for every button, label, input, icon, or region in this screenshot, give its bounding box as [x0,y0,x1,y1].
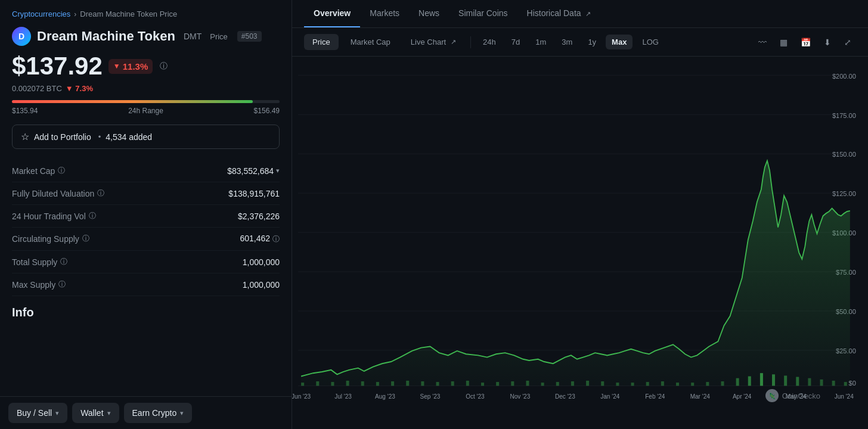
svg-rect-31 [301,383,304,386]
svg-rect-54 [646,382,649,386]
chart-type-line-icon[interactable]: 〰 [754,35,771,50]
price-change-percent: 11.3% [123,61,148,72]
range-bar-fill [12,100,253,103]
svg-rect-38 [406,381,409,386]
svg-rect-53 [631,383,634,386]
time-btn-24h[interactable]: 24h [477,35,502,49]
stat-expand-0[interactable]: $83,552,684 ▾ [227,166,280,176]
tab-overview[interactable]: Overview [304,0,360,27]
time-btn-7d[interactable]: 7d [506,35,526,49]
tab-similar-coins[interactable]: Similar Coins [449,0,517,27]
time-btn-log[interactable]: LOG [636,35,664,49]
svg-rect-42 [466,381,469,386]
svg-rect-66 [808,378,811,386]
svg-rect-65 [796,377,799,386]
svg-rect-45 [511,381,514,386]
svg-text:Feb '24: Feb '24 [645,393,665,399]
token-logo: D [12,27,31,46]
tab-news[interactable]: News [409,0,449,27]
stat-extra-info-icon-3[interactable]: ⓘ [272,235,280,243]
svg-rect-37 [391,381,394,386]
wallet-button[interactable]: Wallet ▾ [72,403,119,423]
coingecko-label: CoinGecko [782,391,820,400]
add-to-portfolio-button[interactable]: ☆ Add to Portfolio • 4,534 added [12,125,280,149]
svg-text:Sep '23: Sep '23 [420,393,441,399]
breadcrumb-parent[interactable]: Cryptocurrencies [12,10,70,18]
svg-rect-43 [481,383,484,386]
stat-value-1: $138,915,761 [183,182,280,205]
portfolio-count: • [98,132,101,141]
price-row: $137.92 ▼ 11.3% ⓘ [12,52,280,80]
star-icon: ☆ [21,131,29,142]
buy-sell-button[interactable]: Buy / Sell ▾ [8,403,67,423]
time-btn-1m[interactable]: 1m [529,35,552,49]
price-info-icon[interactable]: ⓘ [160,61,168,72]
stat-info-icon-1[interactable]: ⓘ [97,188,104,198]
svg-rect-48 [556,382,559,386]
earn-crypto-chevron-icon: ▾ [180,409,184,417]
svg-rect-52 [616,383,619,386]
live-chart-external-icon: ↗ [451,38,456,46]
stats-row-0: Market Capⓘ$83,552,684 ▾ [12,160,280,182]
token-header: D Dream Machine Token DMT Price #503 [12,27,280,46]
token-symbol: DMT [184,32,202,41]
chart-toolbar: Price Market Cap Live Chart ↗ 24h 7d 1m … [292,28,868,57]
svg-rect-67 [820,380,823,386]
stat-info-icon-4[interactable]: ⓘ [60,257,67,267]
token-name: Dream Machine Token [37,29,175,44]
historical-data-external-icon: ↗ [585,10,591,17]
chart-tab-live-chart[interactable]: Live Chart ↗ [402,34,464,50]
chart-type-bar-icon[interactable]: ▦ [775,35,792,50]
stats-row-4: Total Supplyⓘ1,000,000 [12,251,280,273]
stats-row-5: Max Supplyⓘ1,000,000 [12,273,280,296]
range-low: $135.94 [12,107,38,115]
calendar-icon[interactable]: 📅 [796,35,816,50]
info-section-title: Info [12,306,280,349]
buy-sell-chevron-icon: ▾ [55,409,59,417]
chart-area: $200.00 $175.00 $150.00 $125.00 $100.00 … [292,57,868,429]
buy-sell-label: Buy / Sell [17,408,52,418]
svg-rect-62 [760,373,763,386]
fullscreen-icon[interactable]: ⤢ [839,35,856,50]
stat-value-5: 1,000,000 [183,273,280,296]
svg-text:Jul '23: Jul '23 [334,393,352,399]
portfolio-label: Add to Portfolio [34,132,91,142]
svg-text:Mar '24: Mar '24 [690,393,710,399]
coingecko-logo: 🦎 [765,389,779,402]
svg-rect-33 [331,382,334,386]
time-btn-3m[interactable]: 3m [556,35,578,49]
stat-info-icon-2[interactable]: ⓘ [89,211,96,221]
stat-info-icon-0[interactable]: ⓘ [58,166,65,176]
svg-rect-57 [691,383,694,386]
svg-rect-64 [784,375,787,386]
stat-label-3: Circulating Supplyⓘ [12,228,183,250]
svg-rect-61 [748,377,751,386]
svg-text:Oct '23: Oct '23 [466,393,485,399]
tab-markets[interactable]: Markets [360,0,409,27]
svg-rect-50 [586,381,589,386]
earn-crypto-button[interactable]: Earn Crypto ▾ [124,403,193,423]
svg-rect-39 [421,381,424,386]
stat-label-2: 24 Hour Trading Volⓘ [12,205,183,227]
stat-info-icon-3[interactable]: ⓘ [82,234,89,244]
svg-rect-32 [316,381,319,386]
stat-info-icon-5[interactable]: ⓘ [58,279,66,290]
chart-tab-market-cap[interactable]: Market Cap [342,34,399,50]
breadcrumb-separator: › [74,10,76,18]
price-fill [301,161,850,386]
svg-text:Nov '23: Nov '23 [510,393,530,399]
stat-label-1: Fully Diluted Valuationⓘ [12,182,183,204]
svg-rect-41 [451,381,454,386]
svg-text:Jun '23: Jun '23 [292,393,311,399]
time-btn-1y[interactable]: 1y [582,35,602,49]
price-change-arrow: ▼ [113,62,120,70]
breadcrumb: Cryptocurrencies › Dream Machine Token P… [12,10,280,18]
range-label: 24h Range [128,107,163,115]
time-btn-max[interactable]: Max [606,35,633,49]
svg-rect-40 [436,382,439,386]
tab-historical-data[interactable]: Historical Data ↗ [517,0,601,27]
svg-text:Jan '24: Jan '24 [600,393,619,399]
price-change-badge: ▼ 11.3% [108,59,153,74]
chart-tab-price[interactable]: Price [304,34,339,50]
download-icon[interactable]: ⬇ [819,35,836,50]
